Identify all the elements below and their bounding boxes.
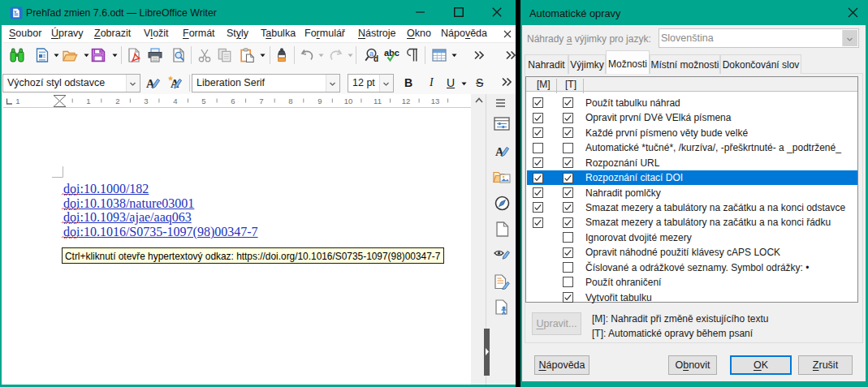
svg-text:abc: abc <box>384 48 399 58</box>
svg-text:d: d <box>374 54 378 62</box>
